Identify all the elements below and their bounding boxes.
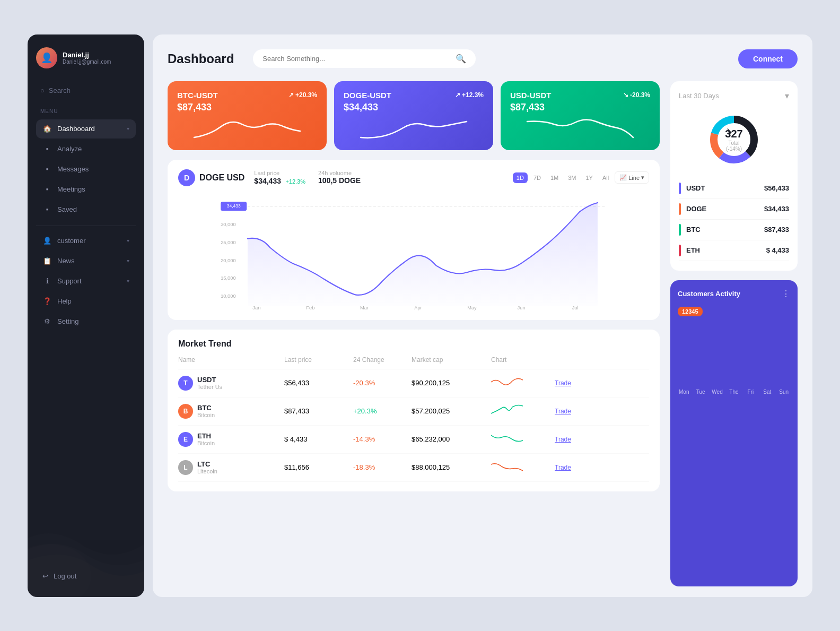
sidebar-item-label: customer (57, 237, 85, 245)
chevron-down-icon: ▾ (127, 126, 129, 132)
meetings-icon: ▪ (42, 185, 52, 194)
last-price-label: Last price (254, 170, 305, 176)
sidebar-item-saved[interactable]: ▪ Saved (36, 200, 136, 219)
tf-7d[interactable]: 7D (530, 172, 545, 183)
sidebar-search[interactable]: ○ Search (36, 83, 136, 98)
news-icon: 📋 (42, 256, 52, 266)
bar-label-wed: Wed (711, 389, 723, 395)
sidebar-item-news[interactable]: 📋 News ▾ (36, 252, 136, 271)
chart-token: D DOGE USD (178, 169, 244, 186)
search-bar[interactable]: 🔍 (253, 49, 476, 68)
coin-cell: T USDT Tether Us (178, 376, 284, 391)
col-last-price: Last price (284, 356, 353, 364)
logout-button[interactable]: ↩ Log out (36, 568, 136, 584)
sidebar-item-label: Analyze (57, 145, 82, 153)
bar-label-sat: Sat (761, 389, 773, 395)
legend-name: BTC (686, 226, 701, 234)
btc-card[interactable]: BTC-USDT ↗ +20.3% $87,433 (168, 81, 327, 150)
chart-type-selector[interactable]: 📈 Line ▾ (615, 171, 649, 184)
tf-3m[interactable]: 3M (564, 172, 580, 183)
date-range-row: Last 30 Days ▾ (679, 91, 789, 101)
coin-cell: B BTC Bitcoin (178, 404, 284, 419)
legend-name: DOGE (686, 205, 706, 213)
col-action (555, 356, 587, 364)
table-row: L LTC Litecoin $11,656 -18.3% $88,000,12… (178, 454, 649, 482)
doge-card-chart (344, 116, 484, 145)
sidebar-item-customer[interactable]: 👤 customer ▾ (36, 231, 136, 250)
content-grid: BTC-USDT ↗ +20.3% $87,433 DOGE-USDT (168, 81, 798, 586)
chevron-down-icon[interactable]: ▾ (785, 91, 789, 101)
activity-badge: 12345 (678, 307, 703, 316)
usd-card-name: USD-USDT (510, 91, 552, 100)
help-icon: ❓ (42, 297, 52, 306)
sidebar-item-support[interactable]: ℹ Support ▾ (36, 272, 136, 291)
doge-color (679, 203, 681, 215)
trade-button[interactable]: Trade (555, 408, 587, 415)
sidebar-item-setting[interactable]: ⚙ Setting (36, 312, 136, 331)
mini-chart (491, 404, 555, 418)
col-chart: Chart (491, 356, 555, 364)
user-profile[interactable]: 👤 Daniel.jj Daniel.jj@gmail.com (36, 47, 136, 68)
volume-label: 24h voluome (318, 170, 361, 176)
chevron-down-icon: ▾ (641, 174, 644, 181)
doge-card[interactable]: DOGE-USDT ↗ +12.3% $34,433 (334, 81, 493, 150)
more-icon[interactable]: ⋮ (782, 289, 790, 299)
btc-card-change: ↗ +20.3% (288, 91, 317, 99)
sidebar-item-label: Help (57, 297, 72, 305)
tf-all[interactable]: All (599, 172, 612, 183)
coin-name: USDT (197, 376, 222, 384)
messages-icon: ▪ (42, 165, 52, 174)
trade-button[interactable]: Trade (555, 436, 587, 443)
last-price-value: $34,433 (254, 177, 281, 185)
market-trend-section: Morket Trend Name Last price 24 Change M… (168, 330, 660, 491)
sidebar-item-meetings[interactable]: ▪ Meetings (36, 180, 136, 199)
svg-text:Apr: Apr (414, 305, 422, 310)
tf-1d[interactable]: 1D (513, 172, 528, 183)
change-value: -14.3% (353, 435, 412, 443)
analyze-icon: ▪ (42, 144, 52, 154)
support-icon: ℹ (42, 276, 52, 286)
svg-text:10,000: 10,000 (221, 293, 235, 299)
svg-text:Mar: Mar (360, 305, 369, 310)
donut-total: 327 (725, 127, 742, 140)
legend-value: $ 4,433 (766, 246, 789, 254)
eth-color (679, 245, 681, 256)
bar-label-sun: Sun (778, 389, 790, 395)
sidebar-item-help[interactable]: ❓ Help (36, 292, 136, 311)
btc-icon: B (178, 404, 193, 419)
volume-value: 100,5 DOGE (318, 176, 361, 185)
connect-button[interactable]: Connect (738, 49, 798, 68)
line-chart-icon: 📈 (619, 174, 627, 181)
legend-btc: BTC $87,433 (679, 220, 789, 240)
right-column: Last 30 Days ▾ (670, 81, 798, 586)
sidebar-item-messages[interactable]: ▪ Messages (36, 160, 136, 179)
btc-card-price: $87,433 (177, 102, 317, 113)
tf-1y[interactable]: 1Y (582, 172, 597, 183)
sidebar-item-dashboard[interactable]: 🏠 Dashbooard ▾ (36, 119, 136, 139)
btc-card-chart (177, 116, 317, 145)
trade-button[interactable]: Trade (555, 379, 587, 387)
change-value: -18.3% (353, 463, 412, 471)
svg-text:Jan: Jan (252, 305, 260, 310)
sidebar-item-analyze[interactable]: ▪ Analyze (36, 140, 136, 159)
chart-header: D DOGE USD Last price $34,433 +12.3% (178, 169, 649, 186)
trade-button[interactable]: Trade (555, 464, 587, 471)
search-input[interactable] (262, 55, 450, 63)
coin-cell: E ETH Bitcoin (178, 432, 284, 447)
ltc-icon: L (178, 460, 193, 475)
usd-card[interactable]: USD-USDT ↘ -20.3% $87,433 (501, 81, 660, 150)
topbar: Dashboard 🔍 Connect (168, 49, 798, 68)
usd-card-change: ↘ -20.3% (623, 91, 650, 99)
donut-label: Total (725, 140, 742, 145)
bar-label-thu: The (728, 389, 740, 395)
doge-card-change: ↗ +12.3% (455, 91, 484, 99)
svg-text:Feb: Feb (306, 305, 314, 310)
tf-1m[interactable]: 1M (547, 172, 562, 183)
user-email: Daniel.jj@gmail.com (63, 59, 111, 65)
table-row: B BTC Bitcoin $87,433 +20.3% $57,200,025 (178, 397, 649, 426)
date-range-label: Last 30 Days (679, 92, 719, 100)
chevron-down-icon: ▾ (127, 278, 129, 284)
sidebar-item-label: Support (57, 277, 82, 285)
sidebar-item-label: Setting (57, 317, 78, 325)
sidebar-item-label: Messages (57, 165, 89, 173)
